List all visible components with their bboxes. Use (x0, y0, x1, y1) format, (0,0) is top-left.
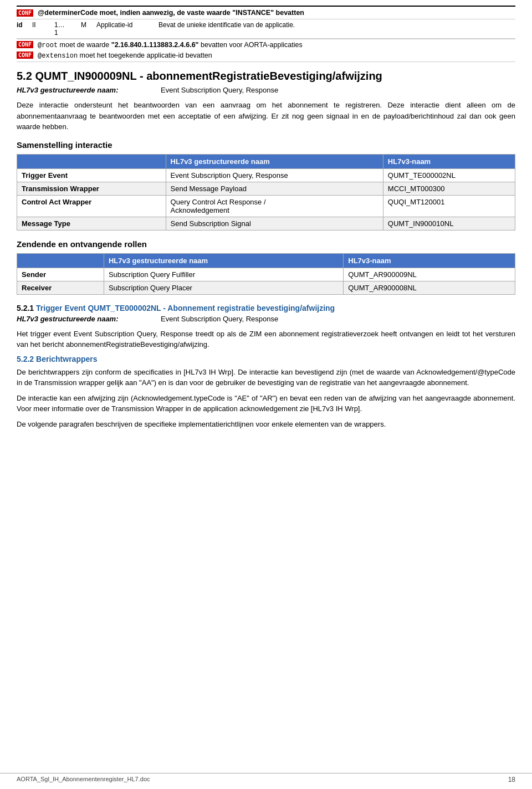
row-hl7-naam: Query Control Act Response /Acknowledgem… (166, 195, 383, 217)
col-header-hl7-naam: HL7v3 gestructureerde naam (166, 154, 383, 168)
row-label: Control Act Wrapper (17, 195, 166, 217)
hl7-label-521: HL7v3 gestructureerde naam: (17, 315, 150, 323)
col-header-empty (17, 154, 166, 168)
section-521: 5.2.1 Trigger Event QUMT_TE000002NL - Ab… (17, 304, 515, 350)
row-label: Trigger Event (17, 168, 166, 182)
row-label: Transmission Wrapper (17, 182, 166, 195)
page-number: 18 (508, 776, 515, 783)
samenstelling-table: HL7v3 gestructureerde naam HL7v3-naam Tr… (17, 154, 515, 230)
row-hl7v3-naam: QUMT_AR900008NL (344, 281, 515, 294)
section-522-p1: De berichtwrappers zijn conform de speci… (17, 367, 515, 388)
id-type: II (32, 21, 48, 29)
zendende-table: HL7v3 gestructureerde naam HL7v3-naam Se… (17, 253, 515, 295)
row-label: Receiver (17, 281, 104, 294)
conf-badge-extension: CONF (17, 52, 33, 59)
page-footer: AORTA_Sgl_IH_Abonnementenregister_HL7.do… (0, 773, 532, 783)
row-hl7-naam: Subscription Query Fulfiller (104, 268, 343, 281)
id-description: Bevat de unieke identificatie van de app… (158, 21, 295, 29)
hl7-value-521: Event Subscription Query, Response (161, 315, 278, 323)
row-hl7-naam: Subscription Query Placer (104, 281, 343, 294)
row-label: Message Type (17, 217, 166, 230)
footer-doc-name: AORTA_Sgl_IH_Abonnementenregister_HL7.do… (17, 776, 150, 783)
samenstelling-heading: Samenstelling interactie (17, 140, 515, 150)
row-hl7-naam: Send Subscription Signal (166, 217, 383, 230)
table-row: Trigger Event Event Subscription Query, … (17, 168, 515, 182)
hl7-value-52: Event Subscription Query, Response (161, 86, 278, 94)
conf-badge-root: CONF (17, 41, 33, 48)
conf-badge-determiner: CONF (17, 9, 33, 17)
col-header-empty2 (17, 253, 104, 268)
section-521-link[interactable]: Trigger Event QUMT_TE000002NL - Abonneme… (36, 304, 335, 312)
table-row: Transmission Wrapper Send Message Payloa… (17, 182, 515, 195)
id-cardinality: 1… 1 (54, 21, 74, 37)
determiner-text: @determinerCode moet, indien aanwezig, d… (38, 9, 304, 17)
section-522-p3: De volgende paragrafen beschrijven de sp… (17, 419, 515, 430)
col-header-hl7v3-naam2: HL7v3-naam (344, 253, 515, 268)
row-hl7-naam: Send Message Payload (166, 182, 383, 195)
root-text: @root moet de waarde "2.16.840.1.113883.… (38, 41, 303, 49)
id-conf: M (81, 21, 90, 29)
zendende-heading: Zendende en ontvangende rollen (17, 239, 515, 249)
section-521-body: Het trigger event Event Subscription Que… (17, 329, 515, 350)
section-522: 5.2.2 Berichtwrappers De berichtwrappers… (17, 355, 515, 430)
table-row: Control Act Wrapper Query Control Act Re… (17, 195, 515, 217)
section-522-number: 5.2.2 (17, 355, 34, 363)
row-hl7v3-naam: QUQI_MT120001 (383, 195, 515, 217)
col-header-hl7-naam2: HL7v3 gestructureerde naam (104, 253, 343, 268)
hl7-label-52: HL7v3 gestructureerde naam: (17, 86, 150, 94)
table-row: Message Type Send Subscription Signal QU… (17, 217, 515, 230)
section-521-number: 5.2.1 (17, 304, 34, 312)
id-label: id (17, 21, 32, 29)
id-name: Applicatie-id (96, 21, 152, 29)
section-522-title: Berichtwrappers (36, 355, 97, 363)
section-522-p2: De interactie kan een afwijzing zijn (Ac… (17, 393, 515, 414)
row-hl7-naam: Event Subscription Query, Response (166, 168, 383, 182)
table-row: Receiver Subscription Query Placer QUMT_… (17, 281, 515, 294)
row-hl7v3-naam: QUMT_AR900009NL (344, 268, 515, 281)
section-52-title: 5.2 QUMT_IN900009NL - abonnementRegistra… (17, 70, 515, 83)
row-hl7v3-naam: QUMT_IN900010NL (383, 217, 515, 230)
section-52-intro: Deze interactie ondersteunt het beantwoo… (17, 100, 515, 132)
table-row: Sender Subscription Query Fulfiller QUMT… (17, 268, 515, 281)
row-hl7v3-naam: MCCI_MT000300 (383, 182, 515, 195)
row-label: Sender (17, 268, 104, 281)
col-header-hl7v3-naam: HL7v3-naam (383, 154, 515, 168)
row-hl7v3-naam: QUMT_TE000002NL (383, 168, 515, 182)
extension-text: @extension moet het toegekende applicati… (38, 52, 212, 60)
